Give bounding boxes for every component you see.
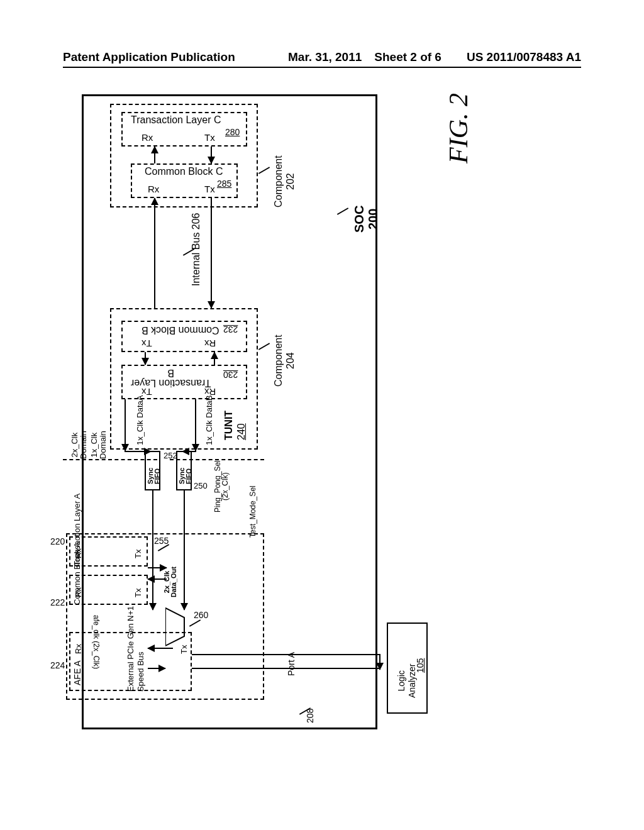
figure-label: FIG. 2 [443, 93, 474, 163]
common-c-label: Common Block C [145, 166, 223, 177]
common-a-tx: Tx [133, 589, 143, 597]
common-c-rx: Rx [148, 184, 159, 194]
page-header: Patent Application Publication Mar. 31, … [63, 50, 581, 68]
x2clk-domain: 2x_ClkDomain [70, 431, 89, 459]
header-sheet: Sheet 2 of 6 [374, 50, 441, 64]
port-a-label: Port A [286, 652, 296, 676]
afe-a-tx: Tx [179, 645, 189, 654]
bus208-label: External PCIe Gen N+1Speed Bus [126, 606, 145, 692]
common-a-rx: Rx [74, 587, 83, 597]
x1clk-domain: 1x_ClkDomain [90, 431, 108, 459]
common-b-rx: Rx [204, 338, 216, 349]
tlayer-b-num: 230 [223, 370, 238, 380]
common-b-tx: Tx [142, 338, 152, 349]
testmode-label: Test_Mode_Sel [248, 485, 257, 538]
tlayer-c-num: 280 [225, 127, 240, 137]
afe-a-rx: Rx [74, 644, 83, 654]
tlayer-a-tx: Tx [133, 550, 143, 558]
common-b-num: 232 [223, 324, 238, 335]
analyzer-num: 105 [415, 658, 425, 673]
analyzer-label: LogicAnalyzer [396, 664, 418, 698]
tlayer-c-rx: Rx [142, 132, 153, 143]
component-c-label: Component202 [272, 155, 296, 208]
header-patno: US 2011/0078483 A1 [467, 50, 581, 64]
figure-2: Transaction Layer C 280 Rx Tx Common Blo… [82, 94, 522, 729]
sync2-label: SyncFIFO [179, 468, 192, 484]
soc-label: SOC200 [352, 206, 380, 233]
dataB-label: 1x_Clk DataB [204, 396, 214, 445]
dataA-label: 1x_Clk DataA [135, 396, 145, 445]
afe-a-label: AFE A [72, 660, 82, 685]
pingpong-label: Ping_Pong_Sel(2x_Clk) [214, 460, 229, 512]
mux-num: 260 [194, 610, 208, 620]
tlayer-c-label: Transaction Layer C [131, 114, 221, 126]
sync2-num: 250 [194, 481, 208, 490]
dataout-label: 2x_ClkData_Out [164, 567, 177, 597]
tlayer-c-tx: Tx [204, 132, 215, 143]
tlayer-b-label: Transaction LayerB [131, 368, 211, 388]
header-pub: Patent Application Publication [63, 50, 235, 64]
component-b-label: Component204 [272, 335, 296, 387]
common-c-tx: Tx [204, 184, 215, 194]
sync1-label: SyncFIFO [147, 468, 161, 484]
common-a-num: 222 [50, 597, 65, 607]
sync1-num: 252 [164, 451, 177, 460]
afe-a-num: 224 [50, 660, 65, 670]
tunit-num: 240 [236, 423, 247, 440]
header-date: Mar. 31, 2011 [288, 50, 362, 64]
common-b-label: Common Block B [142, 324, 219, 336]
tunit-label: TUNIT [223, 411, 235, 440]
common-c-num: 285 [217, 179, 231, 189]
tlayer-a-num: 220 [50, 536, 65, 546]
